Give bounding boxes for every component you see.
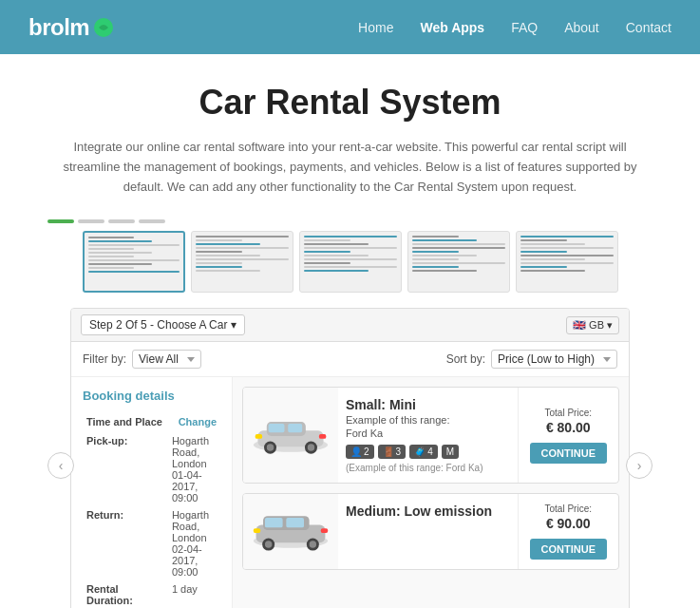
step-label: Step 2 Of 5 - Choose A Car [89, 318, 227, 332]
sort-label: Sort by: [446, 352, 485, 366]
badge-transmission: M [442, 445, 459, 459]
step-dropdown-icon: ▾ [231, 318, 236, 332]
svg-point-9 [308, 444, 314, 450]
svg-point-20 [310, 542, 316, 548]
svg-point-7 [267, 444, 274, 450]
navbar: brolm Home Web Apps FAQ About Contact [0, 0, 700, 54]
svg-rect-16 [286, 518, 304, 527]
thumbnail-indicator [47, 219, 165, 223]
change-link[interactable]: Change [179, 416, 217, 428]
car-listings: Small: Mini Example of this range: Ford … [233, 377, 629, 608]
car-example-name-mini: Ford Ka [346, 428, 510, 439]
thumb-dot-2[interactable] [78, 219, 104, 223]
sort-select[interactable]: Price (Low to High) [491, 350, 617, 369]
svg-rect-11 [319, 434, 326, 439]
nav-faq[interactable]: FAQ [511, 20, 538, 35]
thumb-dot-3[interactable] [108, 219, 135, 223]
car-card-mini: Small: Mini Example of this range: Ford … [242, 387, 619, 484]
price-label-medium: Total Price: [545, 504, 592, 514]
nav-contact[interactable]: Contact [626, 20, 672, 35]
step-dropdown[interactable]: Step 2 Of 5 - Choose A Car ▾ [81, 314, 245, 335]
filter-label: Filter by: [83, 352, 126, 366]
car-price-medium: Total Price: € 90.00 CONTINUE [518, 494, 618, 569]
booking-table: Time and Place Change Pick-up: Hogarth R… [83, 412, 220, 608]
price-label-mini: Total Price: [545, 408, 592, 418]
next-arrow[interactable]: › [626, 452, 653, 479]
thumb-dot-1[interactable] [47, 219, 74, 223]
car-name-medium: Medium: Low emission [346, 504, 510, 519]
widget-body: Booking details Time and Place Change Pi… [71, 377, 629, 608]
price-value-mini: € 80.00 [546, 420, 591, 435]
brand: brolm [28, 14, 114, 41]
thumbnail-1[interactable] [83, 231, 185, 293]
return-value: Hogarth Road, London02-04-2017, 09:00 [170, 507, 218, 580]
thumbnail-5[interactable] [516, 231, 618, 293]
car-image-medium [243, 494, 338, 569]
page-description: Integrate our online car rental software… [56, 138, 645, 197]
duration-label: RentalDuration: [85, 581, 168, 608]
thumbnails-row [83, 231, 618, 293]
rental-widget: Step 2 Of 5 - Choose A Car ▾ 🇬🇧 GB ▾ Fil… [70, 308, 630, 608]
continue-btn-medium[interactable]: CONTINUE [530, 539, 607, 560]
flag-emoji: 🇬🇧 [573, 319, 586, 332]
svg-rect-21 [254, 529, 260, 534]
svg-rect-15 [265, 518, 283, 527]
main-content: Car Rental System Integrate our online c… [0, 54, 700, 608]
continue-btn-mini[interactable]: CONTINUE [530, 443, 607, 464]
car-price-mini: Total Price: € 80.00 CONTINUE [518, 388, 618, 483]
badge-luggage: 🧳 4 [409, 445, 438, 459]
price-value-medium: € 90.00 [546, 516, 591, 531]
nav-webapps[interactable]: Web Apps [420, 20, 484, 35]
flag-dropdown-icon: ▾ [607, 319, 613, 332]
booking-title: Booking details [83, 389, 220, 403]
widget-wrapper: ‹ Step 2 Of 5 - Choose A Car ▾ 🇬🇧 GB ▾ F… [47, 308, 653, 608]
svg-point-18 [265, 542, 272, 548]
car-example-label-mini: Example of this range: [346, 414, 510, 426]
filter-bar: Filter by: View All Sort by: Price (Low … [71, 342, 629, 377]
brand-icon [93, 17, 114, 38]
thumbnail-strip [47, 219, 653, 293]
car-card-medium: Medium: Low emission Total Price: € 90.0… [242, 493, 619, 570]
nav-about[interactable]: About [564, 20, 599, 35]
svg-rect-4 [269, 424, 285, 432]
nav-links: Home Web Apps FAQ About Contact [358, 20, 672, 35]
pickup-value: Hogarth Road, London01-04-2017, 09:00 [170, 433, 218, 505]
car-example-small-mini: (Example of this range: Ford Ka) [346, 463, 510, 473]
pickup-label: Pick-up: [85, 433, 168, 505]
thumbnail-3[interactable] [299, 231, 402, 293]
car-info-mini: Small: Mini Example of this range: Ford … [338, 388, 518, 483]
gb-flag-dropdown[interactable]: 🇬🇧 GB ▾ [566, 316, 619, 334]
widget-header: Step 2 Of 5 - Choose A Car ▾ 🇬🇧 GB ▾ [71, 309, 629, 342]
booking-sidebar: Booking details Time and Place Change Pi… [71, 377, 233, 608]
badge-passengers: 👤 2 [346, 445, 374, 459]
svg-rect-22 [321, 529, 328, 534]
time-place-label: Time and Place [85, 414, 168, 431]
car-name-mini: Small: Mini [346, 397, 510, 412]
prev-arrow[interactable]: ‹ [47, 452, 74, 479]
svg-rect-5 [288, 424, 302, 432]
car-info-medium: Medium: Low emission [338, 494, 518, 569]
svg-rect-10 [255, 434, 262, 439]
filter-select[interactable]: View All [132, 350, 201, 369]
badge-doors: 🚪 3 [378, 445, 407, 459]
return-label: Return: [85, 507, 168, 580]
car-svg-medium [251, 505, 331, 558]
thumbnail-4[interactable] [407, 231, 510, 293]
car-icons-row-mini: 👤 2 🚪 3 🧳 4 [346, 445, 510, 459]
car-svg-mini [251, 409, 331, 462]
page-title: Car Rental System [47, 83, 653, 123]
sort-group: Sort by: Price (Low to High) [446, 350, 617, 369]
car-image-mini [243, 388, 338, 483]
thumb-dot-4[interactable] [139, 219, 165, 223]
filter-group: Filter by: View All [83, 350, 201, 369]
brand-name: brolm [28, 14, 89, 41]
gb-label: GB [589, 319, 604, 331]
thumbnail-2[interactable] [191, 231, 293, 293]
duration-value: 1 day [170, 581, 218, 608]
nav-home[interactable]: Home [358, 20, 393, 35]
